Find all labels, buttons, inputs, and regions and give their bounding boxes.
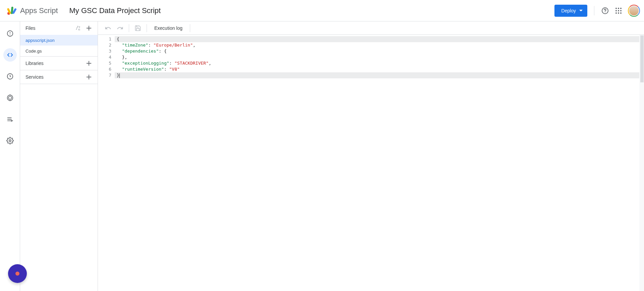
file-item-appsscript[interactable]: appsscript.json bbox=[20, 35, 98, 46]
add-service-icon[interactable] bbox=[84, 72, 94, 82]
separator bbox=[147, 24, 147, 32]
add-library-icon[interactable] bbox=[84, 58, 94, 69]
code-token: : bbox=[164, 67, 169, 72]
sort-files-icon[interactable] bbox=[73, 23, 84, 33]
code-editor[interactable]: 1234567 { "timeZone": "Europe/Berlin", "… bbox=[98, 35, 644, 291]
add-file-icon[interactable] bbox=[84, 23, 94, 33]
files-title: Files bbox=[25, 25, 36, 31]
code-token: "exceptionLogging" bbox=[122, 61, 169, 66]
libraries-header: Libraries bbox=[20, 57, 98, 70]
libraries-section: Libraries bbox=[20, 57, 98, 70]
code-token: "STACKDRIVER" bbox=[174, 61, 209, 66]
svg-point-11 bbox=[8, 96, 11, 99]
redo-icon[interactable] bbox=[115, 23, 125, 33]
separator bbox=[190, 24, 190, 32]
code-token: { bbox=[117, 37, 119, 42]
libraries-title: Libraries bbox=[25, 61, 44, 66]
text-cursor bbox=[119, 73, 120, 78]
files-section: Files appsscript.json Code.gs bbox=[20, 21, 98, 57]
header-right: Deploy bbox=[554, 5, 640, 17]
services-header: Services bbox=[20, 70, 98, 84]
deploy-label: Deploy bbox=[561, 8, 576, 13]
help-icon[interactable] bbox=[601, 7, 609, 15]
apps-script-logo-icon bbox=[7, 5, 17, 16]
undo-icon[interactable] bbox=[103, 23, 113, 33]
account-avatar[interactable] bbox=[628, 5, 640, 17]
svg-point-5 bbox=[605, 12, 605, 13]
chevron-down-icon bbox=[579, 10, 583, 11]
nav-triggers[interactable] bbox=[3, 91, 17, 104]
code-token: , bbox=[193, 43, 196, 48]
nav-logs[interactable] bbox=[3, 113, 17, 126]
nav-settings[interactable] bbox=[3, 134, 17, 147]
code-token: : bbox=[159, 49, 164, 54]
separator bbox=[129, 24, 129, 32]
scrollbar-thumb[interactable] bbox=[640, 35, 644, 82]
code-token: "dependencies" bbox=[122, 49, 159, 54]
line-gutter: 1234567 bbox=[98, 35, 115, 291]
svg-point-8 bbox=[10, 34, 10, 35]
file-name: appsscript.json bbox=[25, 38, 55, 43]
google-apps-icon[interactable] bbox=[614, 7, 623, 15]
code-token: "timeZone" bbox=[122, 43, 148, 48]
nav-rail bbox=[0, 21, 20, 291]
svg-point-17 bbox=[9, 140, 11, 142]
app-body: Files appsscript.json Code.gs Libraries bbox=[0, 21, 644, 291]
nav-overview[interactable] bbox=[3, 27, 17, 40]
code-token: "V8" bbox=[169, 67, 180, 72]
project-title[interactable]: My GSC Data Project Script bbox=[69, 6, 161, 15]
code-token: "runtimeVersion" bbox=[122, 67, 164, 72]
code-token: } bbox=[117, 73, 119, 78]
file-item-code[interactable]: Code.gs bbox=[20, 46, 98, 56]
svg-point-10 bbox=[7, 95, 13, 101]
code-token: : bbox=[148, 43, 154, 48]
record-dot-icon bbox=[15, 272, 19, 276]
code-token: }, bbox=[117, 55, 127, 60]
vertical-scrollbar[interactable] bbox=[639, 35, 644, 291]
file-name: Code.gs bbox=[25, 49, 42, 54]
code-token: "Europe/Berlin" bbox=[154, 43, 193, 48]
main-area: Execution log 1234567 { "timeZone": "Eur… bbox=[98, 21, 644, 291]
code-token: : bbox=[169, 61, 175, 66]
code-token: { bbox=[164, 49, 167, 54]
code-token: , bbox=[209, 61, 211, 66]
code-area[interactable]: { "timeZone": "Europe/Berlin", "dependen… bbox=[115, 35, 644, 291]
save-icon[interactable] bbox=[132, 23, 143, 33]
nav-executions[interactable] bbox=[3, 70, 17, 83]
services-title: Services bbox=[25, 74, 44, 80]
execution-log-button[interactable]: Execution log bbox=[150, 25, 186, 31]
files-header: Files bbox=[20, 21, 98, 35]
services-section: Services bbox=[20, 70, 98, 84]
separator bbox=[594, 6, 594, 15]
deploy-button[interactable]: Deploy bbox=[554, 5, 587, 17]
sidebar: Files appsscript.json Code.gs Libraries bbox=[20, 21, 98, 291]
nav-editor[interactable] bbox=[3, 48, 17, 62]
record-fab[interactable] bbox=[8, 264, 27, 283]
app-header: Apps Script My GSC Data Project Script D… bbox=[0, 0, 644, 21]
editor-toolbar: Execution log bbox=[98, 21, 644, 35]
logo-area[interactable]: Apps Script bbox=[7, 5, 58, 16]
product-name: Apps Script bbox=[20, 6, 58, 15]
